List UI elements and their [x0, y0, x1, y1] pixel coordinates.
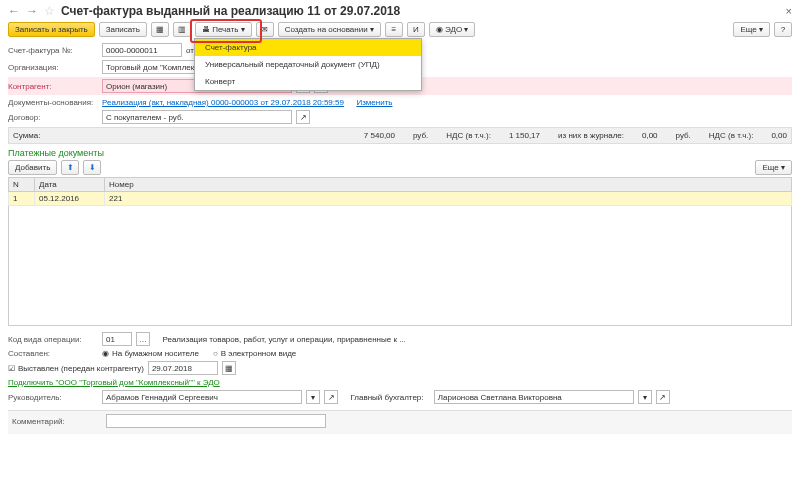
nds-value: 1 150,17 — [509, 131, 540, 140]
lines-icon[interactable]: ≡ — [385, 22, 403, 37]
add-button[interactable]: Добавить — [8, 160, 57, 175]
docs-link[interactable]: Реализация (акт, накладная) 0000-000003 … — [102, 98, 344, 107]
dropdown-icon[interactable]: ▾ — [306, 390, 320, 404]
save-button[interactable]: Записать — [99, 22, 147, 37]
sum-label: Сумма: — [13, 131, 40, 140]
edo-connect-link[interactable]: Подключить "ООО "Торговый дом "Комплексн… — [8, 378, 220, 387]
acc-label: Главный бухгалтер: — [350, 393, 423, 402]
totals-bar: Сумма: 7 540,00 руб. НДС (в т.ч.): 1 150… — [8, 127, 792, 144]
head-input[interactable]: Абрамов Геннадий Сергеевич — [102, 390, 302, 404]
move-down-icon[interactable]: ⬇ — [83, 160, 101, 175]
optype-desc: Реализация товаров, работ, услуг и опера… — [162, 335, 405, 344]
bar-chart-icon[interactable]: ▥ — [173, 22, 191, 37]
print-dropdown: Счет-фактура Универсальный передаточный … — [194, 38, 422, 91]
optype-input[interactable]: 01 — [102, 332, 132, 346]
number-input[interactable]: 0000-0000011 — [102, 43, 182, 57]
save-close-button[interactable]: Записать и закрыть — [8, 22, 95, 37]
head-label: Руководитель: — [8, 393, 98, 402]
payments-section-title: Платежные документы — [8, 148, 792, 158]
col-date[interactable]: Дата — [35, 178, 105, 192]
page-title: Счет-фактура выданный на реализацию 11 о… — [61, 4, 400, 18]
radio-paper[interactable]: ◉ На бумажном носителе — [102, 349, 199, 358]
table-row[interactable]: 1 05.12.2016 221 — [9, 192, 792, 206]
comment-label: Комментарий: — [12, 417, 102, 426]
org-label: Организация: — [8, 63, 98, 72]
counter-label: Контрагент: — [8, 82, 98, 91]
print-button[interactable]: 🖶 Печать ▾ — [195, 22, 252, 37]
radio-electronic[interactable]: ○ В электронном виде — [213, 349, 296, 358]
composed-label: Составлен: — [8, 349, 98, 358]
payments-table[interactable]: N Дата Номер 1 05.12.2016 221 — [8, 177, 792, 206]
payments-more-button[interactable]: Еще ▾ — [755, 160, 792, 175]
dropdown-item-upd[interactable]: Универсальный передаточный документ (УПД… — [195, 56, 421, 73]
dropdown-icon[interactable]: ▾ — [638, 390, 652, 404]
sum-value: 7 540,00 — [364, 131, 395, 140]
dropdown-item-envelope[interactable]: Конверт — [195, 73, 421, 90]
journal-label: из них в журнале: — [558, 131, 624, 140]
table-empty-area[interactable] — [8, 206, 792, 326]
open-icon[interactable]: ↗ — [296, 110, 310, 124]
favorite-icon[interactable]: ☆ — [44, 4, 55, 18]
underline-icon[interactable]: И — [407, 22, 425, 37]
issued-date-input[interactable]: 29.07.2018 — [148, 361, 218, 375]
jnds-value: 0,00 — [771, 131, 787, 140]
move-up-icon[interactable]: ⬆ — [61, 160, 79, 175]
col-num[interactable]: Номер — [105, 178, 792, 192]
more-button[interactable]: Еще ▾ — [733, 22, 770, 37]
open-icon[interactable]: ↗ — [656, 390, 670, 404]
close-icon[interactable]: × — [786, 5, 792, 17]
col-n[interactable]: N — [9, 178, 35, 192]
envelope-icon[interactable]: ✉ — [256, 22, 274, 37]
docs-change-link[interactable]: Изменить — [356, 98, 392, 107]
forward-icon[interactable]: → — [26, 4, 38, 18]
open-icon[interactable]: ↗ — [324, 390, 338, 404]
contract-input[interactable]: С покупателем - руб. — [102, 110, 292, 124]
comment-input[interactable] — [106, 414, 326, 428]
contract-label: Договор: — [8, 113, 98, 122]
post-button[interactable]: ▦ — [151, 22, 169, 37]
jsum-value: 0,00 — [642, 131, 658, 140]
number-label: Счет-фактура №: — [8, 46, 98, 55]
dropdown-item-invoice[interactable]: Счет-фактура — [195, 39, 421, 56]
docs-label: Документы-основания: — [8, 98, 98, 107]
toolbar: Записать и закрыть Записать ▦ ▥ 🖶 Печать… — [8, 22, 792, 37]
edo-button[interactable]: ◉ ЭДО ▾ — [429, 22, 476, 37]
help-button[interactable]: ? — [774, 22, 792, 37]
back-icon[interactable]: ← — [8, 4, 20, 18]
issued-checkbox[interactable]: ☑ Выставлен (передан контрагенту) — [8, 364, 144, 373]
ellipsis-icon[interactable]: … — [136, 332, 150, 346]
create-based-button[interactable]: Создать на основании ▾ — [278, 22, 381, 37]
optype-label: Код вида операции: — [8, 335, 98, 344]
calendar-icon[interactable]: ▦ — [222, 361, 236, 375]
acc-input[interactable]: Ларионова Светлана Викторовна — [434, 390, 634, 404]
jnds-label: НДС (в т.ч.): — [709, 131, 754, 140]
nds-label: НДС (в т.ч.): — [446, 131, 491, 140]
